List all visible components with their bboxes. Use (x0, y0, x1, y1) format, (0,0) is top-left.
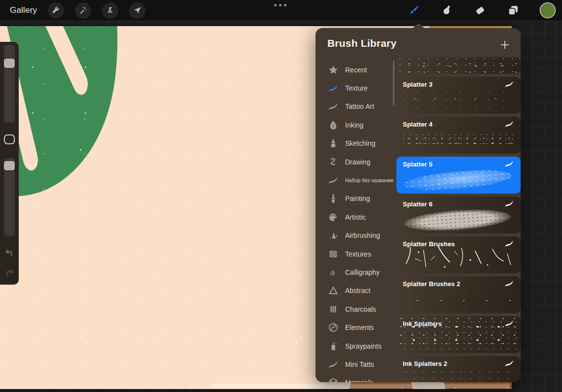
stroke-swoosh-icon (504, 240, 515, 247)
gallery-button[interactable]: Gallery (10, 5, 37, 15)
home-indicator[interactable] (212, 384, 510, 388)
undo-icon (3, 248, 15, 260)
brush-stroke-icon (328, 83, 339, 94)
set-label: Calligraphy (345, 268, 380, 276)
set-list-scrollbar[interactable] (393, 61, 394, 106)
brush-card[interactable]: Ink Splatters 2 (396, 356, 521, 382)
brush-card[interactable]: Ink Splatters (396, 316, 521, 353)
undo-button[interactable] (3, 248, 15, 260)
layers-button[interactable] (506, 4, 520, 17)
set-texture[interactable]: Texture (316, 79, 396, 97)
brush-card[interactable]: Splatter 4 (396, 117, 521, 154)
brush-tool-button[interactable] (407, 4, 421, 17)
layers-icon (507, 4, 520, 17)
smudge-tool-button[interactable] (440, 4, 454, 17)
italic-a-icon (328, 267, 339, 278)
set-label: Charcoals (345, 305, 376, 313)
brush-size-slider[interactable] (4, 45, 15, 123)
set-elements[interactable]: Elements (316, 318, 396, 336)
brush-label: Ink Splatters (403, 320, 442, 327)
set-recent[interactable]: Recent (316, 61, 396, 79)
ink-nib-icon (328, 120, 339, 131)
set-inking[interactable]: Inking (316, 116, 396, 134)
set-airbrushing[interactable]: Airbrushing (316, 227, 396, 245)
stroke-swoosh-icon (504, 200, 515, 207)
brush-stroke-icon (328, 175, 339, 186)
star-icon (328, 65, 339, 75)
set-tattoo-art[interactable]: Tattoo Art (316, 98, 396, 116)
stroke-swoosh-icon (504, 280, 515, 287)
set-label: Набор без названия (345, 177, 393, 183)
set-calligraphy[interactable]: Calligraphy (316, 263, 396, 281)
spray-can-icon (328, 341, 339, 352)
actions-button[interactable] (48, 2, 64, 19)
brush-label: Splatter Brushes (403, 240, 455, 248)
set-label: Abstract (345, 287, 370, 294)
brush-preview (401, 91, 516, 110)
squiggle-icon (328, 157, 339, 167)
brush-label: Splatter 4 (403, 121, 432, 128)
brush-set-list: Recent Texture Tattoo Art Inking Sketchi… (316, 61, 396, 382)
brush-stroke-icon (328, 101, 339, 112)
set-materials[interactable]: Materials (316, 374, 396, 382)
set-untitled[interactable]: Набор без названия (316, 171, 396, 189)
set-textures[interactable]: Textures (316, 245, 396, 263)
swirl-circle-icon (328, 322, 339, 333)
triangle-icon (328, 285, 339, 296)
paintbrush-icon (328, 193, 339, 204)
set-drawing[interactable]: Drawing (316, 153, 396, 171)
brush-preview (403, 166, 512, 194)
brush-size-handle[interactable] (4, 59, 15, 68)
transform-button[interactable] (129, 2, 145, 19)
brush-card-partial[interactable] (396, 57, 521, 74)
brush-preview (399, 58, 518, 73)
set-mini-tatts[interactable]: Mini Tatts (316, 355, 396, 373)
brush-label: Splatter Brushes 2 (403, 280, 460, 288)
stroke-swoosh-icon (504, 120, 515, 128)
magic-wand-icon (78, 6, 88, 15)
airbrush-icon (328, 230, 339, 241)
set-label: Drawing (345, 158, 370, 166)
set-artistic[interactable]: Artistic (316, 208, 396, 226)
brush-card[interactable]: Splatter 3 (396, 77, 521, 114)
stroke-swoosh-icon (504, 320, 515, 327)
brush-preview (400, 369, 517, 382)
set-label: Recent (345, 66, 367, 74)
brush-card[interactable]: Splatter Brushes (396, 236, 521, 273)
opacity-handle[interactable] (4, 161, 15, 170)
brush-card-selected[interactable]: Splatter 5 (396, 157, 521, 194)
wrench-icon (51, 6, 61, 15)
more-options-icon[interactable] (274, 4, 286, 6)
set-label: Inking (345, 121, 363, 129)
opacity-slider[interactable] (4, 158, 15, 236)
adjustments-button[interactable] (75, 2, 91, 19)
side-toolbar (0, 42, 19, 285)
color-swatch-button[interactable] (539, 2, 556, 19)
selection-s-icon (105, 6, 115, 15)
set-abstract[interactable]: Abstract (316, 282, 396, 300)
brush-card[interactable]: Splatter 6 (396, 196, 521, 233)
modify-button[interactable] (4, 134, 15, 144)
eraser-tool-button[interactable] (473, 4, 487, 17)
set-spraypaints[interactable]: Spraypaints (316, 337, 396, 355)
set-label: Texture (345, 84, 368, 92)
brush-list: Splatter 3 Splatter 4 Splatter 5 Splatte… (396, 28, 521, 382)
set-label: Airbrushing (345, 231, 380, 239)
active-color-circle (540, 3, 556, 18)
set-label: Sketching (345, 139, 375, 147)
brush-card[interactable]: Splatter Brushes 2 (396, 276, 521, 313)
set-label: Tattoo Art (345, 102, 374, 110)
stroke-swoosh-icon (504, 359, 515, 367)
set-sketching[interactable]: Sketching (316, 134, 396, 153)
brush-library-panel: Brush Library Recent Texture Tattoo Art … (316, 28, 521, 382)
set-charcoals[interactable]: Charcoals (316, 300, 396, 318)
stroke-swoosh-icon (504, 80, 515, 88)
set-painting[interactable]: Painting (316, 190, 396, 208)
bars-icon (328, 304, 339, 315)
selection-button[interactable] (102, 2, 118, 19)
set-label: Materials (345, 379, 373, 382)
top-toolbar: Gallery (0, 0, 562, 21)
redo-button[interactable] (3, 267, 15, 279)
set-label: Painting (345, 195, 370, 202)
procreate-window: Gallery Brush Libr (0, 0, 562, 392)
